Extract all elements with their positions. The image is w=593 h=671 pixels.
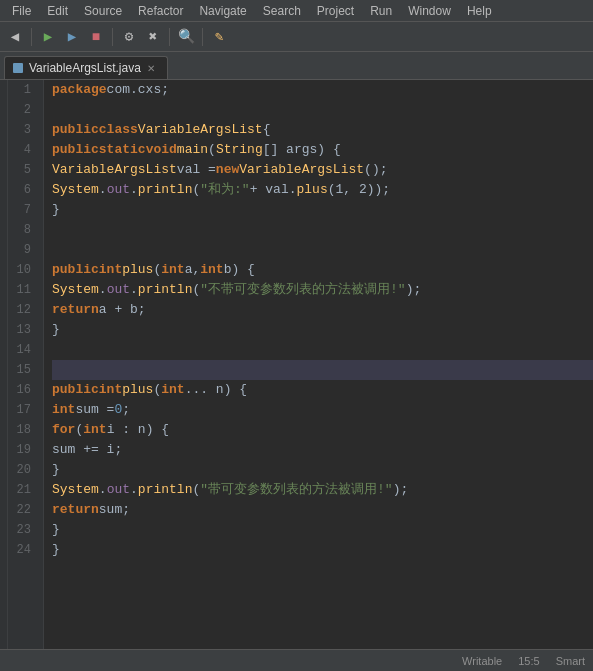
tab-close-btn[interactable]: ✕ [147, 63, 155, 74]
line-number-2: 2 [8, 100, 37, 120]
token: println [138, 480, 193, 500]
token: plus [296, 180, 327, 200]
menu-run[interactable]: Run [362, 0, 400, 21]
token: "和为:" [200, 180, 249, 200]
line-number-11: 11 [8, 280, 37, 300]
code-line-3: public class VariableArgsList { [52, 120, 593, 140]
token: } [52, 540, 60, 560]
line-number-6: 6 [8, 180, 37, 200]
token: ( [153, 380, 161, 400]
line-number-3: 3 [8, 120, 37, 140]
toolbar-sep-3 [169, 28, 170, 46]
token: return [52, 300, 99, 320]
code-line-20: } [52, 460, 593, 480]
status-writable-label: Writable [462, 655, 502, 667]
token: int [161, 380, 184, 400]
menu-project[interactable]: Project [309, 0, 362, 21]
code-line-15 [52, 360, 593, 380]
code-line-14 [52, 340, 593, 360]
token: out [107, 480, 130, 500]
code-line-24: } [52, 540, 593, 560]
toolbar-search-btn[interactable]: 🔍 [175, 26, 197, 48]
code-line-10: public int plus(int a, int b) { [52, 260, 593, 280]
token: . [130, 180, 138, 200]
line-number-10: 10 [8, 260, 37, 280]
menu-file[interactable]: File [4, 0, 39, 21]
menu-source[interactable]: Source [76, 0, 130, 21]
token: public [52, 120, 99, 140]
toolbar-run-btn[interactable]: ▶ [37, 26, 59, 48]
token: + val. [250, 180, 297, 200]
token: a, [185, 260, 201, 280]
token: println [138, 280, 193, 300]
token: VariableArgsList [138, 120, 263, 140]
token: sum = [75, 400, 114, 420]
line-number-7: 7 [8, 200, 37, 220]
menu-edit[interactable]: Edit [39, 0, 76, 21]
token: public [52, 380, 99, 400]
token: (); [364, 160, 387, 180]
token: "带可变参数列表的方法被调用!" [200, 480, 392, 500]
token: int [161, 260, 184, 280]
token: int [52, 400, 75, 420]
line-number-23: 23 [8, 520, 37, 540]
token: ( [208, 140, 216, 160]
token: sum; [99, 500, 130, 520]
token: ( [153, 260, 161, 280]
code-line-21: System.out.println("带可变参数列表的方法被调用!"); [52, 480, 593, 500]
token: println [138, 180, 193, 200]
token: System [52, 280, 99, 300]
menu-navigate[interactable]: Navigate [191, 0, 254, 21]
line-number-9: 9 [8, 240, 37, 260]
token: ); [406, 280, 422, 300]
token: int [99, 380, 122, 400]
status-position-label: 15:5 [518, 655, 539, 667]
line-number-gutter: 123456789101112131415161718192021222324 [8, 80, 44, 649]
token: i : n) { [107, 420, 169, 440]
line-number-8: 8 [8, 220, 37, 240]
token: . [130, 480, 138, 500]
code-line-19: sum += i; [52, 440, 593, 460]
token: int [200, 260, 223, 280]
toolbar-build-btn[interactable]: ⚙ [118, 26, 140, 48]
code-line-5: VariableArgsList val = new VariableArgsL… [52, 160, 593, 180]
token: return [52, 500, 99, 520]
token: main [177, 140, 208, 160]
token: System [52, 180, 99, 200]
code-line-11: System.out.println("不带可变参数列表的方法被调用!"); [52, 280, 593, 300]
code-line-2 [52, 100, 593, 120]
toolbar-back-btn[interactable]: ◀ [4, 26, 26, 48]
menu-bar: File Edit Source Refactor Navigate Searc… [0, 0, 593, 22]
java-file-icon [13, 63, 23, 73]
toolbar-debug-btn[interactable]: ▶ [61, 26, 83, 48]
toolbar-sep-2 [112, 28, 113, 46]
menu-search[interactable]: Search [255, 0, 309, 21]
token: class [99, 120, 138, 140]
menu-window[interactable]: Window [400, 0, 459, 21]
code-line-16: public int plus(int... n) { [52, 380, 593, 400]
code-line-1: package com.cxs; [52, 80, 593, 100]
token: ... n) { [185, 380, 247, 400]
status-writable: Writable [462, 655, 502, 667]
token: } [52, 460, 60, 480]
token: val = [177, 160, 216, 180]
token: int [83, 420, 106, 440]
menu-help[interactable]: Help [459, 0, 500, 21]
toolbar-stop-btn[interactable]: ■ [85, 26, 107, 48]
token: int [99, 260, 122, 280]
line-number-15: 15 [8, 360, 37, 380]
token: . [99, 280, 107, 300]
code-line-7: } [52, 200, 593, 220]
tab-variable-args-list[interactable]: VariableArgsList.java ✕ [4, 56, 168, 79]
token: 0 [114, 400, 122, 420]
toolbar-clean-btn[interactable]: ✖ [142, 26, 164, 48]
token: "不带可变参数列表的方法被调用!" [200, 280, 405, 300]
token: void [146, 140, 177, 160]
token: b) { [224, 260, 255, 280]
toolbar-highlight-btn[interactable]: ✎ [208, 26, 230, 48]
code-content[interactable]: package com.cxs; public class VariableAr… [44, 80, 593, 649]
token: ; [122, 400, 130, 420]
line-number-13: 13 [8, 320, 37, 340]
menu-refactor[interactable]: Refactor [130, 0, 191, 21]
line-number-22: 22 [8, 500, 37, 520]
